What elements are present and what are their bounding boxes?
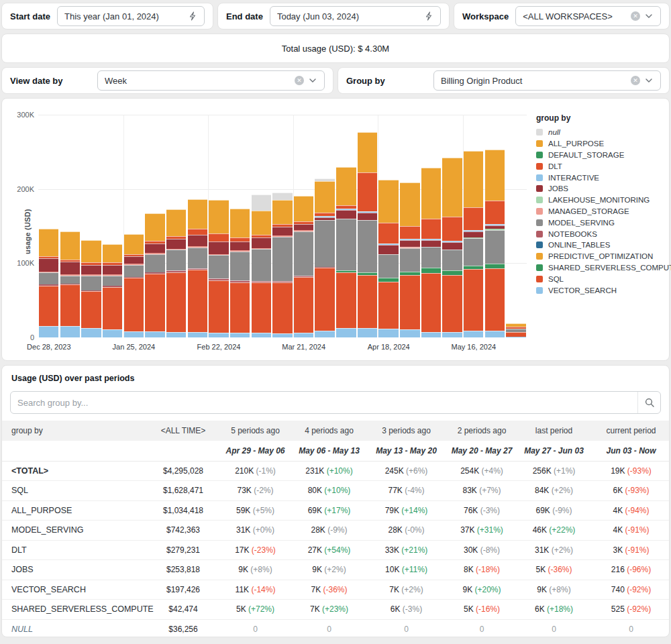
stacked-bar	[230, 209, 250, 337]
total-usage-text: Total usage (USD): $ 4.30M	[282, 44, 389, 54]
bar-segment-MODEL_SERVING	[39, 272, 58, 284]
period-value: 6K (-3%)	[368, 600, 445, 620]
bar-segment-MODEL_SERVING	[485, 230, 505, 264]
legend-item-MODEL_SERVING[interactable]: MODEL_SERVING	[536, 217, 665, 228]
period-change-pct: (-36%)	[323, 585, 348, 594]
subheader-spacer	[146, 441, 220, 461]
period-change-pct: (+72%)	[248, 604, 274, 614]
period-change-pct: (-93%)	[625, 486, 650, 495]
bar-segment-ALL_PURPOSE	[166, 209, 186, 236]
legend-item-SHARED_SERVERLESS_COMPUTE[interactable]: SHARED_SERVERLESS_COMPUTE	[536, 262, 665, 274]
period-change-pct: (+8%)	[549, 585, 570, 594]
legend-label: MODEL_SERVING	[548, 219, 615, 227]
end-date-label: End date	[226, 11, 263, 21]
legend-label: JOBS	[548, 184, 568, 193]
bar-segment-MODEL_SERVING	[400, 248, 419, 271]
row-group-name: DLT	[2, 540, 146, 560]
x-axis-tick-label: Mar 21, 2024	[282, 343, 325, 351]
legend-item-DEFAULT_STORAGE[interactable]: DEFAULT_STORAGE	[536, 150, 665, 161]
start-date-filter: Start date This year (Jan 01, 2024)	[1, 3, 213, 30]
row-group-name: ALL_PURPOSE	[2, 500, 146, 521]
bar-segment-DLT	[378, 223, 398, 244]
workspace-select[interactable]: <ALL WORKSPACES> ✕	[515, 6, 661, 26]
period-change-pct: (+23%)	[322, 604, 348, 614]
period-value: 31K (+0%)	[220, 521, 291, 541]
bar-segment-SQL	[252, 282, 271, 333]
bar-segment-JOBS	[358, 213, 377, 220]
legend-item-INTERACTIVE[interactable]: INTERACTIVE	[536, 172, 665, 183]
period-amount: 256K	[533, 466, 554, 476]
bar-segment-ALL_PURPOSE	[209, 200, 228, 233]
table-subheader-row: Apr 29 - May 06May 06 - May 13May 13 - M…	[2, 441, 670, 461]
bar-segment-MODEL_SERVING	[166, 250, 186, 270]
bar-segment-ALL_PURPOSE	[336, 167, 356, 206]
stacked-bar	[485, 150, 505, 337]
period-zero: 0	[253, 625, 258, 634]
legend-item-SQL[interactable]: SQL	[536, 273, 665, 284]
legend-item-null[interactable]: null	[536, 127, 665, 138]
bar-segment-JOBS	[209, 241, 228, 254]
view-date-by-select[interactable]: Week ✕	[97, 70, 325, 91]
period-value: 28K (-9%)	[291, 521, 368, 541]
legend-item-ALL_PURPOSE[interactable]: ALL_PURPOSE	[536, 138, 665, 150]
clear-icon[interactable]: ✕	[631, 76, 640, 85]
stacked-bar	[442, 158, 462, 337]
workspace-value: <ALL WORKSPACES>	[523, 11, 631, 21]
search-input[interactable]	[11, 392, 637, 413]
period-value: 28K (-0%)	[368, 521, 445, 541]
legend-item-PREDICTIVE_OPTIMIZATION[interactable]: PREDICTIVE_OPTIMIZATION	[536, 251, 665, 262]
stacked-bar	[358, 132, 377, 337]
bar-segment-SQL	[421, 273, 441, 333]
legend-item-NOTEBOOKS[interactable]: NOTEBOOKS	[536, 228, 665, 239]
period-change-pct: (-8%)	[480, 545, 500, 555]
table-row: MODEL_SERVING$742,36331K (+0%)28K (-9%)2…	[2, 521, 670, 541]
usage-table: group by<ALL TIME>5 periods ago4 periods…	[2, 421, 670, 637]
clear-icon[interactable]: ✕	[631, 11, 640, 21]
end-date-input[interactable]: Today (Jun 03, 2024)	[270, 6, 441, 26]
bar-segment-SQL	[81, 291, 101, 327]
bar-segment-JOBS	[252, 237, 271, 248]
legend-item-JOBS[interactable]: JOBS	[536, 183, 665, 195]
period-change-pct: (-94%)	[625, 506, 650, 515]
period-value: 83K (+7%)	[445, 481, 519, 501]
stacked-bar	[315, 178, 334, 337]
legend-item-DLT[interactable]: DLT	[536, 160, 665, 172]
start-date-input[interactable]: This year (Jan 01, 2024)	[57, 6, 205, 26]
period-value: 6K (-93%)	[589, 481, 670, 501]
legend-swatch	[536, 241, 543, 248]
period-value: 6K (+18%)	[519, 600, 589, 620]
table-row: SQL$1,628,47173K (-2%)80K (+10%)77K (-4%…	[2, 481, 670, 501]
y-axis-title: usage (USD)	[23, 209, 32, 254]
legend-label: DEFAULT_STORAGE	[548, 151, 624, 159]
bar-segment-JOBS	[442, 242, 462, 250]
period-value: 31K (+2%)	[519, 540, 589, 560]
legend-item-VECTOR_SEARCH[interactable]: VECTOR_SEARCH	[536, 284, 665, 296]
bar-segment-DLT	[209, 233, 228, 241]
period-amount: 9K	[238, 565, 250, 574]
legend-item-ONLINE_TABLES[interactable]: ONLINE_TABLES	[536, 239, 665, 251]
bar-segment-JOBS	[230, 241, 250, 250]
bar-segment-ALL_PURPOSE	[485, 150, 505, 201]
search-icon[interactable]	[637, 392, 660, 413]
period-value: 10K (+11%)	[368, 560, 445, 580]
chevron-down-icon	[643, 74, 655, 87]
period-zero: 0	[629, 625, 633, 634]
bolt-icon	[187, 10, 199, 22]
legend-swatch	[536, 129, 543, 136]
all-time-value: $1,034,418	[146, 500, 220, 521]
period-value: 33K (+21%)	[368, 540, 445, 560]
period-change-pct: (+21%)	[401, 545, 427, 555]
group-by-select[interactable]: Billing Origin Product ✕	[433, 70, 661, 91]
bar-segment-ALL_PURPOSE	[124, 234, 144, 254]
period-range-header: May 20 - May 27	[445, 441, 519, 461]
all-time-value: $36,256	[146, 619, 220, 637]
bar-segment-JOBS	[39, 258, 58, 272]
legend-item-LAKEHOUSE_MONITORING[interactable]: LAKEHOUSE_MONITORING	[536, 195, 665, 206]
bar-segment-JOBS	[294, 224, 313, 230]
period-change-pct: (-36%)	[548, 565, 572, 574]
period-amount: 84K	[535, 486, 552, 495]
period-amount: 231K	[305, 466, 326, 476]
period-change-pct: (+54%)	[324, 545, 350, 555]
legend-item-MANAGED_STORAGE[interactable]: MANAGED_STORAGE	[536, 206, 665, 217]
clear-icon[interactable]: ✕	[295, 76, 304, 85]
